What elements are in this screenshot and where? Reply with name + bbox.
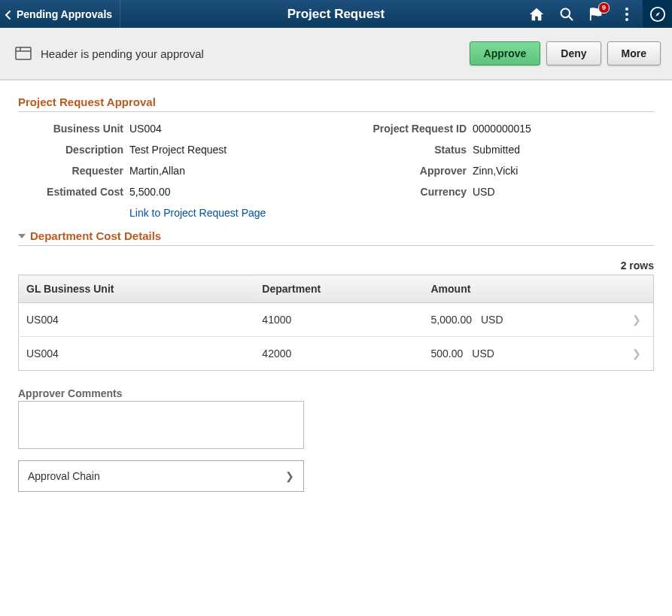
cost-details-section: Department Cost Details 2 rows GL Busine…	[18, 222, 654, 371]
search-button[interactable]	[552, 0, 582, 28]
label-approver: Approver	[339, 165, 467, 177]
action-bar: Header is pending your approval Approve …	[0, 28, 672, 80]
chevron-right-icon: ❯	[632, 314, 641, 326]
approver-comments-input[interactable]	[18, 401, 304, 449]
action-buttons: Approve Deny More	[470, 41, 661, 65]
collapse-icon	[18, 234, 26, 238]
pending-message: Header is pending your approval	[41, 47, 204, 60]
svg-point-3	[625, 13, 628, 16]
value-business-unit: US004	[129, 123, 333, 135]
cell-amount: 500.00 USD	[423, 337, 623, 371]
header-pending-icon	[15, 47, 32, 60]
chevron-left-icon	[5, 10, 11, 19]
value-approver: Zinn,Vicki	[473, 165, 654, 177]
compass-icon	[649, 6, 666, 23]
cost-details-toggle[interactable]: Department Cost Details	[18, 222, 654, 246]
row-expand[interactable]: ❯	[624, 303, 654, 337]
header-actions: 9	[521, 0, 672, 28]
value-description: Test Project Request	[129, 144, 333, 156]
col-amount: Amount	[423, 275, 623, 303]
approval-chain-label: Approval Chain	[28, 470, 100, 482]
value-estimated-cost: 5,500.00	[129, 186, 333, 198]
chevron-right-icon: ❯	[632, 347, 641, 360]
cell-department: 41000	[254, 303, 423, 337]
approver-comments-section: Approver Comments	[18, 387, 654, 451]
back-label: Pending Approvals	[17, 8, 112, 20]
back-button[interactable]: Pending Approvals	[0, 0, 120, 28]
cell-gl-unit: US004	[19, 337, 255, 371]
menu-button[interactable]	[612, 0, 642, 28]
table-row[interactable]: US004 42000 500.00 USD ❯	[19, 337, 654, 371]
value-status: Submitted	[473, 144, 654, 156]
svg-point-2	[625, 8, 628, 11]
chevron-right-icon: ❯	[285, 470, 294, 482]
notification-badge: 9	[598, 2, 610, 14]
approval-section-title: Project Request Approval	[18, 88, 654, 112]
approval-chain-button[interactable]: Approval Chain ❯	[18, 460, 304, 492]
cost-details-row-count: 2 rows	[18, 246, 654, 275]
row-expand[interactable]: ❯	[624, 337, 654, 371]
col-department: Department	[254, 275, 423, 303]
navigator-button[interactable]	[642, 0, 672, 28]
link-project-request-page[interactable]: Link to Project Request Page	[129, 207, 266, 219]
value-project-request-id: 0000000015	[473, 123, 654, 135]
svg-line-1	[569, 16, 573, 20]
cost-details-title: Department Cost Details	[30, 229, 161, 242]
label-business-unit: Business Unit	[18, 123, 123, 135]
app-header: Pending Approvals Project Request 9	[0, 0, 672, 28]
cell-amount: 5,000.00 USD	[423, 303, 623, 337]
value-currency: USD	[473, 186, 654, 198]
label-project-request-id: Project Request ID	[339, 123, 467, 135]
label-status: Status	[339, 144, 467, 156]
home-button[interactable]	[521, 0, 552, 28]
col-gl-unit: GL Business Unit	[19, 275, 255, 303]
approver-comments-label: Approver Comments	[18, 387, 654, 399]
approve-button[interactable]: Approve	[470, 41, 541, 65]
main-content: Project Request Approval Business Unit U…	[0, 80, 672, 510]
table-row[interactable]: US004 41000 5,000.00 USD ❯	[19, 303, 654, 337]
label-estimated-cost: Estimated Cost	[18, 186, 123, 198]
svg-point-4	[625, 18, 628, 21]
cost-details-table: GL Business Unit Department Amount US004…	[18, 275, 654, 371]
label-description: Description	[18, 144, 123, 156]
svg-rect-6	[16, 47, 31, 59]
label-currency: Currency	[339, 186, 467, 198]
label-requester: Requester	[18, 165, 123, 177]
approval-details-grid: Business Unit US004 Project Request ID 0…	[18, 112, 654, 222]
page-title: Project Request	[287, 7, 385, 21]
cell-department: 42000	[254, 337, 423, 371]
cell-gl-unit: US004	[19, 303, 255, 337]
search-icon	[559, 7, 574, 22]
notifications-button[interactable]: 9	[582, 0, 612, 28]
kebab-icon	[625, 7, 629, 22]
more-button[interactable]: More	[607, 41, 661, 65]
pending-notice: Header is pending your approval	[15, 47, 204, 60]
value-requester: Martin,Allan	[129, 165, 333, 177]
deny-button[interactable]: Deny	[546, 41, 601, 65]
home-icon	[528, 7, 545, 22]
